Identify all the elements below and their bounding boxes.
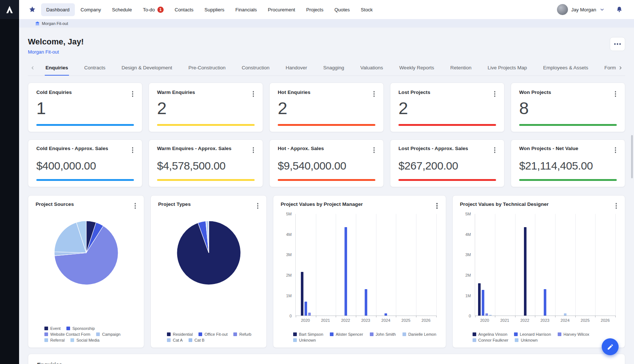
tab-snagging[interactable]: Snagging — [323, 60, 345, 76]
tab-live-projects-map[interactable]: Live Projects Map — [487, 60, 528, 76]
card-title: Project Values by Technical Designer — [460, 201, 549, 207]
nav-item-label: Projects — [306, 7, 323, 12]
tab-design-development[interactable]: Design & Development — [121, 60, 173, 76]
metric-value: 1 — [36, 98, 134, 124]
tab-valuations[interactable]: Valuations — [360, 60, 384, 76]
tabs-chevron-left-icon[interactable] — [28, 63, 37, 73]
legend-label: Referral — [50, 338, 65, 342]
legend-swatch — [514, 332, 518, 336]
avatar[interactable] — [557, 4, 568, 15]
bar-alister-spencer — [385, 313, 387, 316]
gridline — [615, 214, 616, 316]
x-axis-tick — [555, 316, 555, 317]
kebab-menu-icon[interactable] — [256, 201, 259, 210]
kebab-menu-icon[interactable] — [614, 146, 617, 154]
tab-contracts[interactable]: Contracts — [84, 60, 106, 76]
kebab-menu-icon[interactable] — [615, 201, 618, 210]
nav-item-to-do[interactable]: To-do1 — [138, 3, 169, 17]
card-title: Lost Projects — [398, 90, 430, 95]
notifications-bell-icon[interactable] — [614, 4, 624, 15]
nav-item-schedule[interactable]: Schedule — [107, 3, 137, 16]
metric-value: 2 — [398, 98, 496, 124]
legend-label: Campaign — [102, 332, 120, 336]
kebab-menu-icon[interactable] — [134, 201, 137, 210]
x-axis-label: 2021 — [495, 318, 515, 323]
accent-bar — [157, 124, 255, 126]
kpi-card-row: Cold Enquiries1Warm Enquiries2Hot Enquir… — [28, 83, 625, 132]
breadcrumb-link[interactable]: Morgan Fit-out — [42, 21, 68, 26]
x-axis-tick — [356, 316, 356, 317]
tab-employees-assets[interactable]: Employees & Assets — [542, 60, 589, 76]
nav-item-financials[interactable]: Financials — [230, 3, 262, 16]
kebab-menu-icon[interactable] — [131, 90, 134, 98]
card-title: Won Projects — [519, 90, 551, 95]
tab-pre-construction[interactable]: Pre-Construction — [187, 60, 226, 76]
tabs-chevron-right-icon[interactable] — [616, 63, 625, 73]
legend-swatch — [189, 338, 192, 342]
metric-value: $267,200.00 — [398, 160, 496, 179]
legend-item-alister-spencer: Alister Spencer — [330, 332, 363, 336]
kebab-menu-icon[interactable] — [373, 90, 376, 98]
legend-item-leonard-harrison: Leonard Harrison — [514, 332, 551, 336]
legend-label: Website Contact Form — [50, 332, 90, 336]
card-title: Warm Enquires - Approx. Sales — [157, 146, 232, 151]
vertical-scrollbar[interactable] — [631, 135, 633, 178]
legend-item-john-smith: John Smith — [370, 332, 396, 336]
legend-item-harvey-wilcox: Harvey Wilcox — [558, 332, 589, 336]
legend-item-danielle-lemon: Danielle Lemon — [402, 332, 436, 336]
kebab-menu-icon[interactable] — [252, 146, 255, 154]
card-title: Warm Enquiries — [157, 90, 195, 95]
nav-item-label: Stock — [361, 7, 373, 12]
kebab-menu-icon[interactable] — [493, 146, 496, 154]
x-axis-tick — [296, 316, 296, 317]
user-menu[interactable]: Jay Morgan — [557, 4, 605, 15]
kebab-menu-icon[interactable] — [373, 146, 376, 154]
project-link[interactable]: Morgan Fit-out — [28, 49, 59, 55]
nav-item-dashboard[interactable]: Dashboard — [41, 3, 75, 16]
metric-card-won-projects: Won Projects8 — [511, 83, 625, 132]
x-axis-label: 2024 — [555, 318, 575, 323]
favorite-star-icon[interactable] — [26, 4, 38, 15]
legend-swatch — [70, 338, 74, 342]
metric-value: $21,114,405.00 — [519, 160, 617, 179]
legend-label: Angelina Vinson — [478, 332, 507, 336]
legend-swatch — [66, 327, 70, 330]
nav-item-procurement[interactable]: Procurement — [263, 3, 300, 16]
tab-construction[interactable]: Construction — [241, 60, 270, 76]
kebab-menu-icon[interactable] — [252, 90, 255, 98]
y-axis-label: 3M — [286, 252, 292, 257]
tab-retention[interactable]: Retention — [449, 60, 472, 76]
kebab-menu-icon[interactable] — [436, 201, 438, 210]
legend-swatch — [96, 332, 100, 336]
x-axis-label: 2020 — [475, 318, 495, 323]
tab-handover[interactable]: Handover — [285, 60, 308, 76]
metric-value: $400,000.00 — [36, 160, 134, 179]
nav-item-contacts[interactable]: Contacts — [170, 3, 198, 16]
tab-weekly-reports[interactable]: Weekly Reports — [398, 60, 435, 76]
tab-enquiries[interactable]: Enquiries — [45, 60, 69, 76]
kebab-menu-icon[interactable] — [493, 90, 496, 98]
nav-item-projects[interactable]: Projects — [301, 3, 328, 16]
bar-chart: 5M4M3M2M1M02020202120222023202420252026 — [281, 212, 438, 332]
edit-fab-pencil-icon[interactable] — [602, 338, 619, 355]
year-band-2020 — [475, 214, 495, 316]
legend-item-event: Event — [44, 326, 61, 331]
accent-bar — [157, 179, 255, 181]
legend-label: Refurb — [239, 332, 251, 336]
nav-item-suppliers[interactable]: Suppliers — [199, 3, 229, 16]
tab-form[interactable]: Form — [604, 60, 616, 76]
nav-item-company[interactable]: Company — [76, 3, 106, 16]
bar-alister-spencer — [345, 227, 347, 316]
year-band-2025 — [575, 214, 595, 316]
nav-item-stock[interactable]: Stock — [356, 3, 378, 16]
card-title: Cold Enquiries — [36, 90, 72, 95]
metric-value: 2 — [278, 98, 375, 124]
page-more-ellipsis-icon[interactable] — [610, 37, 625, 51]
kebab-menu-icon[interactable] — [614, 90, 617, 98]
todo-count-badge: 1 — [157, 7, 164, 13]
app-logo[interactable] — [0, 0, 19, 19]
nav-item-quotes[interactable]: Quotes — [329, 3, 355, 16]
kebab-menu-icon[interactable] — [131, 146, 134, 154]
nav-item-label: Dashboard — [46, 7, 70, 12]
legend-item-unknown: Unknown — [293, 338, 316, 342]
